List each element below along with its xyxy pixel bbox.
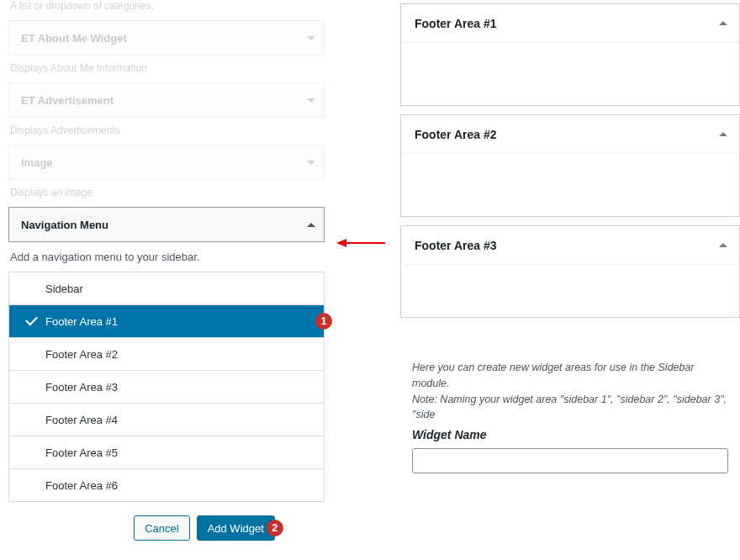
area-label: Footer Area #6 — [45, 479, 118, 492]
footer-area-title: Footer Area #2 — [415, 128, 497, 141]
annotation-arrow-icon — [336, 238, 385, 248]
widget-desc-image: Displays an image. — [8, 180, 325, 207]
area-label: Footer Area #5 — [45, 446, 118, 459]
footer-area-header[interactable]: Footer Area #2 — [401, 115, 739, 154]
area-label: Footer Area #4 — [45, 414, 118, 426]
widget-image[interactable]: Image — [8, 145, 325, 180]
widget-name-input[interactable] — [412, 448, 728, 473]
area-row-footer-3[interactable]: Footer Area #3 — [9, 371, 324, 404]
widget-name-desc-line2: Note: Naming your widget area "sidebar 1… — [412, 392, 728, 424]
area-row-footer-4[interactable]: Footer Area #4 — [9, 404, 324, 436]
annotation-badge-1: 1 — [315, 313, 332, 330]
widget-name-desc-line1: Here you can create new widget areas for… — [412, 360, 728, 392]
footer-area-2[interactable]: Footer Area #2 — [400, 114, 740, 217]
area-label: Footer Area #3 — [45, 381, 118, 394]
area-label: Footer Area #1 — [45, 315, 118, 328]
chevron-up-icon — [719, 21, 727, 25]
chevron-down-icon — [307, 161, 315, 165]
area-row-footer-2[interactable]: Footer Area #2 — [9, 338, 324, 371]
widget-desc-advertisement: Displays Advertisements — [8, 118, 325, 145]
svg-marker-1 — [336, 239, 346, 247]
chevron-up-icon — [307, 223, 315, 227]
area-row-footer-1[interactable]: Footer Area #1 1 — [9, 305, 324, 338]
chevron-up-icon — [719, 132, 727, 136]
widget-desc-nav-menu: Add a navigation menu to your sidebar. — [8, 242, 325, 272]
area-label: Sidebar — [45, 283, 83, 295]
area-row-sidebar[interactable]: Sidebar — [9, 272, 324, 305]
chevron-down-icon — [307, 98, 315, 103]
widget-desc-about-me: Displays About Me Information — [8, 55, 325, 82]
widget-actions: Cancel Add Widget 2 — [84, 502, 325, 554]
widget-about-me[interactable]: ET About Me Widget — [8, 20, 325, 55]
widget-advertisement[interactable]: ET Advertisement — [8, 82, 325, 118]
chevron-up-icon — [719, 243, 727, 247]
available-widgets-panel: A list or dropdown of categories. ET Abo… — [0, 0, 333, 560]
widget-area-chooser: Sidebar Footer Area #1 1 Footer Area #2 … — [8, 272, 325, 502]
footer-area-header[interactable]: Footer Area #1 — [401, 4, 739, 43]
cancel-button[interactable]: Cancel — [134, 515, 189, 541]
chevron-down-icon — [307, 36, 315, 40]
footer-area-title: Footer Area #1 — [415, 17, 497, 30]
widget-navigation-menu[interactable]: Navigation Menu — [8, 207, 325, 242]
area-row-footer-5[interactable]: Footer Area #5 — [9, 436, 324, 469]
area-row-footer-6[interactable]: Footer Area #6 — [9, 469, 324, 502]
footer-area-3[interactable]: Footer Area #3 — [400, 225, 740, 318]
footer-area-header[interactable]: Footer Area #3 — [401, 226, 739, 265]
footer-area-title: Footer Area #3 — [415, 239, 497, 252]
widget-title: ET About Me Widget — [21, 32, 127, 45]
footer-area-1[interactable]: Footer Area #1 — [400, 3, 740, 106]
widget-title: Navigation Menu — [21, 219, 108, 231]
widget-title: ET Advertisement — [21, 94, 114, 107]
annotation-badge-2: 2 — [267, 520, 283, 536]
widget-title: Image — [21, 156, 53, 169]
widget-name-section: Here you can create new widget areas for… — [400, 343, 740, 473]
widget-name-label: Widget Name — [412, 428, 728, 441]
add-widget-button[interactable]: Add Widget — [197, 515, 275, 541]
area-label: Footer Area #2 — [45, 348, 118, 361]
widget-areas-panel: Footer Area #1 Footer Area #2 Footer Are… — [400, 0, 740, 560]
widget-desc-categories: A list or dropdown of categories. — [8, 0, 325, 20]
